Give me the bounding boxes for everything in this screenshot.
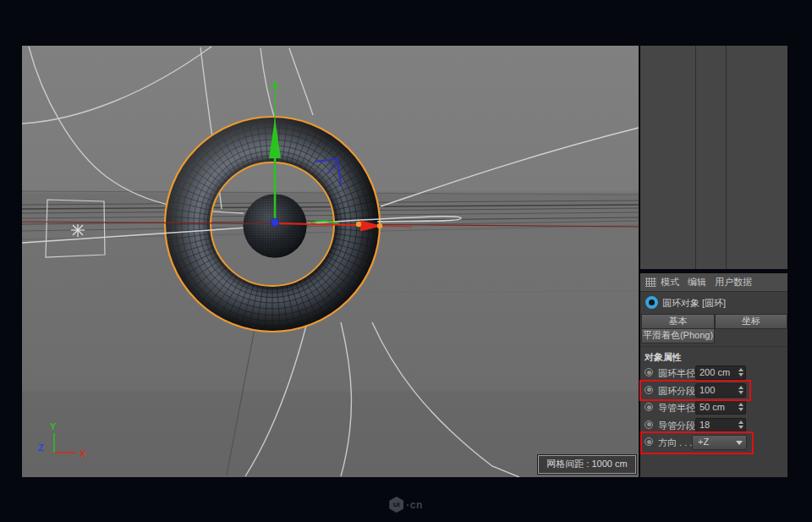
section-title: 对象属性 [645,351,682,364]
annotation-box-ring-segments [639,380,751,401]
attribute-menubar: 模式 编辑 用户数据 [640,273,787,292]
grid-spacing-label: 网格间距 : 1000 cm [538,455,636,474]
viewport-3d[interactable]: Y X Z 网格间距 : 1000 cm [22,46,639,477]
property-label: 导管半径 [658,402,695,415]
panel-divider [726,46,727,269]
axis-triad-x-label: X [80,448,86,459]
stepper-icon[interactable] [738,403,743,411]
menu-mode[interactable]: 模式 [661,277,679,288]
property-row-ring-radius: 圆环半径 200 cm [640,365,787,381]
key-dot-icon[interactable] [645,368,653,376]
footer: UI ·cn [0,495,812,515]
menu-userdata[interactable]: 用户数据 [715,277,752,288]
ui-cn-logo-text: ·cn [406,499,423,511]
selected-object-label: 圆环对象 [圆环] [662,297,726,310]
property-label: 圆环半径 [658,367,695,380]
panel-drag-handle-icon[interactable] [645,277,656,287]
stepper-icon[interactable] [738,368,743,376]
ring-radius-field[interactable]: 200 cm [695,365,746,380]
torus-radius-handle[interactable] [356,222,361,227]
pipe-radius-field[interactable]: 50 cm [695,400,746,415]
tab-coordinates[interactable]: 坐标 [715,314,787,329]
application-window: Y X Z 网格间距 : 1000 cm 模式 编辑 用户数据 圆环对象 [圆环… [0,0,812,522]
axis-center-handle-z[interactable] [271,218,279,227]
tab-phong[interactable]: 平滑着色(Phong) [641,328,715,343]
field-value: 200 cm [700,367,730,377]
torus-object-icon [645,296,658,309]
attribute-manager: 模式 编辑 用户数据 圆环对象 [圆环] 基本 坐标 平滑着色(Phong) 对… [640,273,787,477]
field-value: 18 [700,420,710,430]
section-object-properties[interactable]: 对象属性 [640,346,787,364]
manager-panel-empty [640,46,787,269]
torus-pipe-handle[interactable] [377,223,382,228]
property-label: 导管分段 [658,420,695,432]
axis-triad-y-label: Y [50,421,57,431]
axis-triad-z-label: Z [38,442,44,453]
property-row-pipe-segments: 导管分段 18 [640,417,787,433]
ui-cn-logo-icon: UI [389,497,403,513]
viewport-scene: Y X Z [22,46,639,477]
stepper-icon[interactable] [738,420,743,429]
panel-divider [695,46,696,269]
property-row-pipe-radius: 导管半径 50 cm [640,399,787,415]
key-dot-icon[interactable] [645,420,653,429]
pipe-segments-field[interactable]: 18 [695,418,746,432]
selected-object-row[interactable]: 圆环对象 [圆环] [640,293,787,313]
key-dot-icon[interactable] [645,403,653,411]
field-value: 50 cm [700,402,725,412]
annotation-box-orientation [640,431,754,454]
menu-edit[interactable]: 编辑 [688,277,706,288]
tab-basic[interactable]: 基本 [641,314,715,329]
